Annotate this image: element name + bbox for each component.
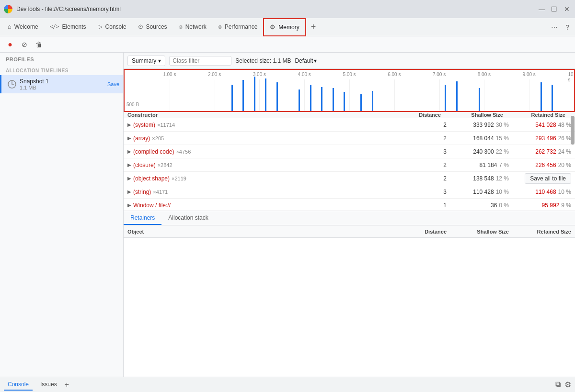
timeline-gridline: [529, 79, 529, 111]
stop-button[interactable]: ⊘: [18, 38, 31, 51]
row-expand-icon[interactable]: ▶: [127, 189, 131, 194]
content-area: Summary ▾ Selected size: 1.1 MB Default …: [124, 53, 575, 377]
table-row[interactable]: ▶(string) ×41713110 42810 %110 46810 %: [124, 185, 575, 199]
main-layout: Profiles ALLOCATION TIMELINES Snapshot 1…: [0, 53, 575, 377]
timeline-gridline: [439, 79, 440, 111]
timeline-bar: [479, 88, 480, 111]
table-row[interactable]: ▶Window / file:// 1360 %95 9929 %: [124, 199, 575, 211]
shallow-value: 36: [491, 202, 497, 209]
row-shallow-cell: 110 42810 %: [450, 189, 513, 195]
row-shallow-cell: 240 30022 %: [450, 148, 513, 155]
default-arrow-icon: ▾: [314, 57, 317, 64]
scrollbar-thumb[interactable]: [571, 116, 575, 145]
timeline-gridline: [484, 79, 484, 111]
summary-dropdown[interactable]: Summary ▾: [127, 56, 165, 66]
table-row[interactable]: ▶(closure) ×2842281 1847 %226 45620 %: [124, 158, 575, 172]
shallow-value: 110 428: [473, 189, 494, 195]
table-body: ▶(system) ×117142333 99230 %541 02848 %▶…: [124, 118, 575, 211]
retained-pct: 9 %: [561, 202, 571, 209]
table-row[interactable]: ▶(object shape) ×21192138 54812 %141 224…: [124, 172, 575, 185]
tab-performance[interactable]: ⌾ Performance: [212, 18, 264, 36]
row-distance-cell: 1: [412, 202, 450, 209]
maximize-button[interactable]: ☐: [550, 5, 559, 13]
row-name-label: (system): [133, 122, 155, 128]
shallow-pct: 12 %: [496, 175, 509, 182]
timeline-bar: [445, 85, 446, 111]
close-button[interactable]: ✕: [563, 5, 571, 13]
row-expand-icon[interactable]: ▶: [127, 176, 131, 181]
retained-value: 95 992: [542, 202, 560, 209]
row-expand-icon[interactable]: ▶: [127, 122, 131, 127]
help-button[interactable]: ?: [562, 23, 573, 31]
table-row[interactable]: ▶(array) ×2052168 04415 %293 49626 %: [124, 132, 575, 145]
tab-elements[interactable]: </> Elements: [44, 18, 92, 36]
row-count-label: ×2842: [158, 162, 172, 168]
table-row[interactable]: ▶(compiled code) ×47563240 30022 %262 73…: [124, 145, 575, 158]
clear-button[interactable]: 🗑: [33, 38, 45, 51]
tab-sources[interactable]: ⊙ Sources: [132, 18, 173, 36]
timeline-time-label: 1.00 s: [163, 72, 176, 77]
default-dropdown[interactable]: Default ▾: [295, 57, 317, 64]
tab-network-label: Network: [185, 23, 207, 30]
sidebar-item-snapshot1[interactable]: Snapshot 1 1.1 MB Save: [0, 75, 123, 93]
row-expand-icon[interactable]: ▶: [127, 202, 131, 208]
dock-icon[interactable]: ⧉: [555, 380, 561, 389]
tab-network[interactable]: ⌾ Network: [173, 18, 212, 36]
timeline-bar: [310, 85, 311, 111]
col-header-shallow: Shallow Size: [445, 112, 507, 118]
save-all-to-file-button[interactable]: Save all to file: [525, 173, 571, 184]
minimize-button[interactable]: —: [538, 5, 546, 13]
devtools-toolbar: ● ⊘ 🗑: [0, 36, 575, 53]
shallow-pct: 22 %: [496, 148, 509, 155]
row-constructor-cell: ▶(system) ×11714: [124, 122, 412, 128]
tab-welcome[interactable]: ⌂ Welcome: [2, 18, 44, 36]
row-retained-cell: 293 49626 %: [513, 135, 575, 142]
shallow-pct: 10 %: [496, 189, 509, 195]
timeline-time-label: 5.00 s: [343, 72, 356, 77]
sidebar-section-label: ALLOCATION TIMELINES: [0, 66, 123, 75]
settings-icon[interactable]: ⚙: [564, 380, 571, 389]
console-icon: ▷: [98, 23, 103, 30]
row-constructor-cell: ▶(closure) ×2842: [124, 162, 412, 168]
row-expand-icon[interactable]: ▶: [127, 162, 131, 168]
row-count-label: ×4171: [153, 189, 168, 195]
add-panel-button[interactable]: +: [65, 381, 69, 389]
bottom-icons: ⧉ ⚙: [555, 380, 571, 389]
tab-retainers[interactable]: Retainers: [124, 212, 161, 225]
more-tabs-button[interactable]: ⋯: [547, 23, 562, 31]
bottom-tab-issues[interactable]: Issues: [36, 379, 61, 391]
row-expand-icon[interactable]: ▶: [127, 135, 131, 141]
tab-console[interactable]: ▷ Console: [92, 18, 132, 36]
row-shallow-cell: 81 1847 %: [450, 162, 513, 168]
row-retained-cell: 226 45620 %: [513, 162, 575, 168]
retained-pct: 20 %: [558, 162, 571, 168]
class-filter-input[interactable]: [169, 56, 231, 66]
timeline-bar: [333, 88, 334, 111]
chrome-icon: [4, 5, 12, 13]
tab-console-label: Console: [105, 23, 126, 30]
row-distance-cell: 2: [412, 135, 450, 142]
save-snapshot-button[interactable]: Save: [107, 81, 119, 87]
record-button[interactable]: ●: [4, 38, 16, 51]
ret-col-shallow: Shallow Size: [450, 229, 513, 235]
timeline-time-label: 10.00 s: [568, 72, 575, 82]
bottom-tab-console[interactable]: Console: [4, 379, 33, 391]
row-shallow-cell: 168 04415 %: [450, 135, 513, 142]
snapshot-size: 1.1 MB: [20, 85, 49, 90]
row-count-label: ×4756: [176, 149, 191, 155]
tab-memory-label: Memory: [278, 24, 299, 31]
row-name-label: (closure): [133, 162, 156, 168]
timeline-chart[interactable]: 500 B 1.00 s2.00 s3.00 s4.00 s5.00 s6.00…: [124, 69, 575, 112]
timeline-bar: [456, 81, 458, 111]
tab-allocation-stack[interactable]: Allocation stack: [161, 212, 215, 225]
add-tab-button[interactable]: +: [306, 22, 321, 32]
table-row[interactable]: ▶(system) ×117142333 99230 %541 02848 %: [124, 118, 575, 132]
timeline-gridline: [170, 79, 170, 111]
row-expand-icon[interactable]: ▶: [127, 149, 131, 154]
constructor-table: Constructor Distance Shallow Size Retain…: [124, 112, 575, 211]
timeline-gridline: [304, 79, 305, 111]
tab-memory[interactable]: ⚙ Memory: [263, 18, 306, 36]
retained-value: 110 468: [535, 189, 556, 195]
timeline-bar: [360, 94, 362, 111]
selected-size-label: Selected size: 1.1 MB: [235, 57, 291, 64]
